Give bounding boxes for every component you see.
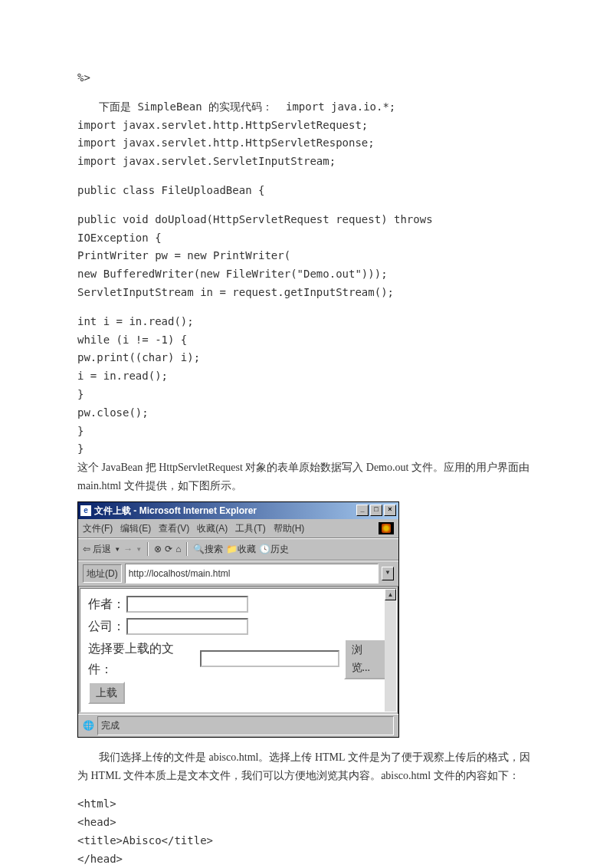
code-line: import javax.servlet.http.HttpServletRes… [77,134,536,153]
address-dropdown-icon[interactable]: ▼ [382,567,394,580]
window-title: 文件上载 - Microsoft Internet Explorer [94,503,355,518]
select-file-label: 选择要上载的文件： [88,638,198,679]
address-input[interactable]: http://localhost/main.html [125,564,379,584]
code-intro: 下面是 SimpleBean 的实现代码： import java.io.*; [77,98,536,117]
toolbar: ⇦ 后退 ▼ → ▼ ⊗ ⟳ ⌂ 🔍搜索 📁收藏 🕓历史 [78,538,398,560]
code-line: <head> [77,814,536,832]
menu-view[interactable]: 查看(V) [159,521,189,536]
scrollbar[interactable]: ▲ [385,589,396,712]
forward-button[interactable]: → [123,541,133,557]
code-line: public void doUpload(HttpServletRequest … [77,211,536,229]
throbber-icon [379,522,394,534]
menu-tools[interactable]: 工具(T) [235,521,265,536]
code-line: <html> [77,795,536,814]
scroll-up-icon[interactable]: ▲ [385,589,396,600]
refresh-icon[interactable]: ⟳ [165,541,172,557]
code-line: new BufferedWriter(new FileWriter("Demo.… [77,265,536,284]
menu-help[interactable]: 帮助(H) [274,521,305,536]
history-button[interactable]: 🕓历史 [259,541,289,557]
code-line: } [77,422,536,441]
code-line: pw.close(); [77,404,536,422]
ie-icon: e [80,505,91,516]
code-line: </head> [77,850,536,868]
paragraph-2: 我们选择上传的文件是 abisco.html。选择上传 HTML 文件是为了便于… [77,748,536,785]
author-input[interactable] [126,596,248,613]
addressbar: 地址(D) http://localhost/main.html ▼ [78,561,398,587]
address-label: 地址(D) [83,564,122,583]
menubar: 文件(F) 编辑(E) 查看(V) 收藏(A) 工具(T) 帮助(H) [78,519,398,538]
code-line: pw.print((char) i); [77,349,536,367]
company-input[interactable] [126,618,248,635]
menu-file[interactable]: 文件(F) [83,521,113,536]
back-button[interactable]: ⇦ 后退 [83,541,111,557]
maximize-button[interactable]: □ [370,505,382,516]
ie-window: e 文件上载 - Microsoft Internet Explorer _ □… [77,501,399,738]
paragraph-1: 这个 JavaBean 把 HttpServletRequest 对象的表单原始… [77,459,536,495]
minimize-button[interactable]: _ [356,505,369,516]
code-line: PrintWriter pw = new PrintWriter( [77,247,536,265]
back-dropdown-icon[interactable]: ▼ [114,544,120,555]
company-label: 公司： [88,616,125,636]
search-button[interactable]: 🔍搜索 [193,541,223,557]
code-line: } [77,386,536,404]
code-line: } [77,440,536,459]
statusbar: 🌐 完成 [78,714,398,736]
stop-icon[interactable]: ⊗ [154,541,162,557]
forward-dropdown-icon[interactable]: ▼ [136,544,142,555]
code-line: import javax.servlet.http.HttpServletReq… [77,117,536,135]
favorites-button[interactable]: 📁收藏 [226,541,256,557]
code-line: i = in.read(); [77,367,536,386]
code-line: <title>Abisco</title> [77,832,536,850]
author-label: 作者： [88,593,125,614]
home-icon[interactable]: ⌂ [175,541,181,557]
page-content: ▲ 作者： 公司： 选择要上载的文件： 浏览... 上载 [80,588,397,713]
code-line: import javax.servlet.ServletInputStream; [77,153,536,171]
menu-favorites[interactable]: 收藏(A) [197,521,228,536]
upload-button[interactable]: 上载 [88,682,125,705]
code-line: ServletInputStream in = request.getInput… [77,284,536,302]
code-line: while (i != -1) { [77,331,536,350]
code-line: IOException { [77,229,536,248]
status-text: 完成 [97,716,394,735]
code-line: %> [77,69,536,87]
ie-status-icon: 🌐 [83,718,94,733]
file-input[interactable] [200,650,339,667]
code-line: int i = in.read(); [77,313,536,331]
close-button[interactable]: × [384,505,396,516]
code-line: public class FileUploadBean { [77,182,536,200]
titlebar: e 文件上载 - Microsoft Internet Explorer _ □… [78,502,398,519]
menu-edit[interactable]: 编辑(E) [120,521,151,536]
browse-button[interactable]: 浏览... [344,639,388,680]
